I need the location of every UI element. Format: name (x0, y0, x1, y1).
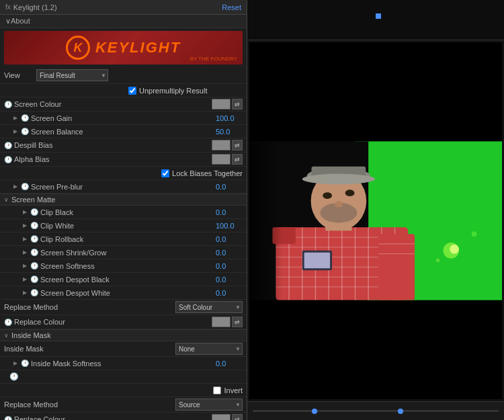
replace-colour-row: 🕐 Replace Colour ⇄ (0, 315, 247, 329)
svg-point-36 (472, 231, 477, 237)
expand-icon6[interactable]: ▶ (23, 236, 27, 242)
inside-replace-method-dropdown-wrap[interactable]: Source (175, 398, 243, 411)
inside-replace-method-dropdown[interactable]: Source (175, 398, 243, 411)
replace-method-row: Replace Method Soft Colour Hard Colour S… (0, 300, 247, 315)
clip-rollback-row: ▶ 🕐 Clip Rollback 0.0 (0, 233, 247, 246)
expand-icon4[interactable]: ▶ (23, 209, 27, 215)
expand-icon11[interactable]: ▶ (13, 360, 17, 366)
inside-mask-dropdown[interactable]: None (175, 343, 243, 355)
clock-icon5[interactable]: 🕐 (4, 156, 12, 163)
logo-wrap: KEYLIGHT (66, 36, 181, 60)
expand-icon9[interactable]: ▶ (23, 276, 27, 282)
screen-preblur-value[interactable]: 0.0 (216, 183, 243, 191)
copy-icon3[interactable]: ⇄ (232, 154, 243, 165)
preview-top (247, 0, 504, 40)
expand-icon8[interactable]: ▶ (23, 263, 27, 269)
copy-icon5[interactable]: ⇄ (232, 414, 243, 420)
clock-icon8[interactable]: 🕐 (30, 222, 38, 229)
alpha-bias-swatch[interactable] (212, 154, 230, 165)
replace-colour-swatch-group: ⇄ (212, 317, 243, 327)
inside-replace-colour-swatch[interactable] (212, 414, 230, 420)
screen-gain-row: ▶ 🕐 Screen Gain 100.0 (0, 112, 247, 125)
alpha-bias-label: 🕐 Alpha Bias (4, 155, 212, 163)
invert-checkbox[interactable] (213, 386, 221, 394)
lock-biases-checkbox[interactable] (161, 169, 169, 177)
screen-preblur-row: ▶ 🕐 Screen Pre-blur 0.0 (0, 180, 247, 194)
clock-icon2[interactable]: 🕐 (21, 114, 29, 122)
inside-mask-softness-row: ▶ 🕐 Inside Mask Softness 0.0 (0, 357, 247, 370)
timeline-playhead-right[interactable] (398, 409, 403, 414)
right-panel (247, 0, 504, 420)
clock-icon3[interactable]: 🕐 (21, 128, 29, 135)
about-row[interactable]: ∨About (0, 15, 247, 28)
replace-method-dropdown[interactable]: Soft Colour Hard Colour Source (175, 301, 243, 313)
reset-button[interactable]: Reset (222, 3, 241, 11)
screen-colour-swatch-group: ⇄ (212, 99, 243, 110)
preview-wrapper (249, 42, 502, 399)
screen-colour-label: 🕐 Screen Colour (4, 100, 212, 108)
lock-biases-row: Lock Biases Together (0, 167, 247, 180)
timeline-track[interactable] (253, 410, 499, 412)
screen-balance-value[interactable]: 50.0 (216, 128, 243, 136)
clock-icon16[interactable]: 🕐 (4, 372, 243, 381)
screen-matte-section[interactable]: ∨ Screen Matte (0, 194, 247, 206)
copy-icon[interactable]: ⇄ (232, 99, 243, 110)
unpremultiply-checkbox[interactable] (128, 87, 136, 95)
screen-despot-white-value[interactable]: 0.0 (216, 289, 243, 297)
about-label: ∨About (5, 17, 30, 25)
screen-colour-swatch[interactable] (212, 99, 230, 110)
plugin-title: Keylight (1.2) (13, 3, 57, 11)
screen-shrink-grow-value[interactable]: 0.0 (216, 249, 243, 257)
expand-icon7[interactable]: ▶ (23, 249, 27, 255)
clock-icon11[interactable]: 🕐 (30, 262, 38, 269)
expand-icon3[interactable]: ▶ (13, 183, 17, 190)
inside-replace-colour-row: 🕐 Replace Colour ⇄ (0, 413, 247, 420)
clock-icon13[interactable]: 🕐 (30, 289, 38, 296)
screen-softness-value[interactable]: 0.0 (216, 262, 243, 270)
svg-point-23 (302, 174, 375, 185)
copy-icon4[interactable]: ⇄ (232, 317, 243, 327)
replace-method-dropdown-wrap[interactable]: Soft Colour Hard Colour Source (175, 301, 243, 313)
svg-rect-32 (304, 253, 330, 269)
inside-mask-softness-value[interactable]: 0.0 (216, 360, 243, 368)
screen-gain-value[interactable]: 100.0 (216, 114, 243, 122)
inside-replace-method-label: Replace Method (4, 401, 175, 409)
clock-icon4[interactable]: 🕐 (4, 142, 12, 149)
view-dropdown-wrap[interactable]: Final Result Source Intermediate Result … (36, 69, 108, 81)
plugin-header: fx Keylight (1.2) Reset (0, 0, 247, 15)
inside-mask-field-label: Inside Mask (4, 345, 175, 353)
screen-softness-label: ▶ 🕐 Screen Softness (4, 262, 216, 270)
clock-icon10[interactable]: 🕐 (30, 249, 38, 256)
screen-softness-row: ▶ 🕐 Screen Softness 0.0 (0, 259, 247, 273)
clip-rollback-value[interactable]: 0.0 (216, 235, 243, 243)
expand-icon[interactable]: ▶ (13, 115, 17, 121)
clock-icon6[interactable]: 🕐 (21, 183, 29, 190)
clock-icon7[interactable]: 🕐 (30, 208, 38, 216)
clock-icon15[interactable]: 🕐 (21, 360, 29, 367)
clock-icon12[interactable]: 🕐 (30, 276, 38, 283)
inside-mask-dropdown-wrap[interactable]: None (175, 343, 243, 355)
clock-icon[interactable]: 🕐 (4, 101, 12, 108)
despill-bias-swatch[interactable] (212, 140, 230, 151)
replace-colour-swatch[interactable] (212, 317, 230, 327)
timeline-playhead-left[interactable] (312, 409, 317, 414)
expand-icon2[interactable]: ▶ (13, 128, 17, 134)
clock-icon17[interactable]: 🕐 (4, 416, 12, 421)
clock-icon14[interactable]: 🕐 (4, 319, 12, 326)
screen-gain-label: ▶ 🕐 Screen Gain (4, 114, 216, 122)
screen-despot-black-value[interactable]: 0.0 (216, 276, 243, 284)
timeline-bar[interactable] (247, 401, 504, 420)
clock-icon9[interactable]: 🕐 (30, 235, 38, 243)
inside-mask-section[interactable]: ∨ Inside Mask (0, 329, 247, 341)
keylight-circle-icon (66, 36, 90, 60)
clip-white-value[interactable]: 100.0 (216, 222, 243, 230)
svg-point-26 (345, 190, 355, 196)
view-dropdown[interactable]: Final Result Source Intermediate Result … (36, 69, 108, 81)
svg-point-25 (323, 192, 332, 199)
inside-mask-row: Inside Mask None (0, 341, 247, 357)
replace-method-label: Replace Method (4, 303, 175, 311)
clip-black-value[interactable]: 0.0 (216, 208, 243, 216)
expand-icon10[interactable]: ▶ (23, 290, 27, 296)
expand-icon5[interactable]: ▶ (23, 222, 27, 228)
copy-icon2[interactable]: ⇄ (232, 140, 243, 151)
